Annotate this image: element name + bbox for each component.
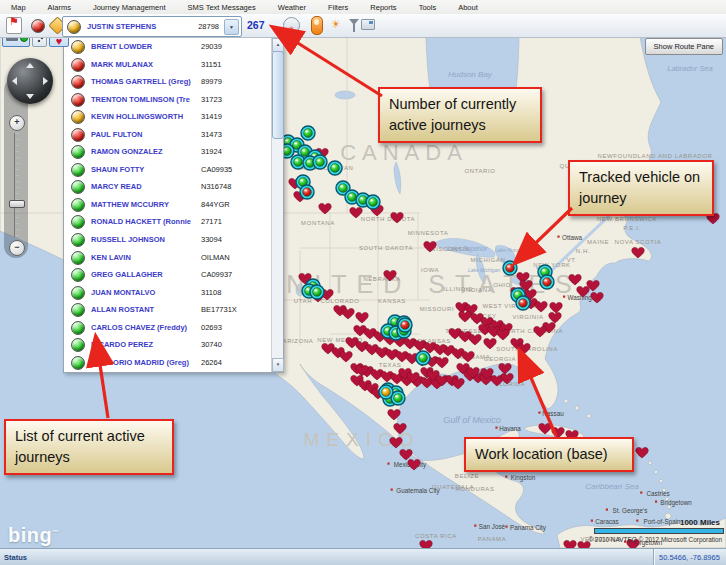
journey-row[interactable]: JUAN MONTALVO31108 <box>64 284 283 302</box>
journey-list-scrollbar[interactable]: ▲ ▼ <box>271 38 283 372</box>
journey-row[interactable]: ALLAN ROSTANTBE17731X <box>64 301 283 319</box>
scroll-down-icon[interactable]: ▼ <box>272 358 284 372</box>
menu-item-filters[interactable]: Filters <box>317 3 359 12</box>
menu-item-weather[interactable]: Weather <box>267 3 317 12</box>
sun-icon[interactable]: ☀ <box>331 17 341 32</box>
vehicle-marker-red[interactable] <box>540 275 554 289</box>
stop-journey-icon[interactable] <box>31 19 45 33</box>
journey-row[interactable]: RONALD HACKETT (Ronnie27171 <box>64 213 283 231</box>
vehicle-marker-green[interactable] <box>416 351 430 365</box>
zoom-slider-handle[interactable] <box>9 200 25 208</box>
vehicle-marker-green[interactable] <box>328 161 342 175</box>
menu-item-sms-text-messages[interactable]: SMS Text Messages <box>176 3 266 12</box>
callout-journey-list: List of current active journeys <box>4 419 174 475</box>
journey-row[interactable]: BRENT LOWDER29039 <box>64 38 283 56</box>
map-label-region: ARIZONA <box>283 338 314 344</box>
journey-driver-name: JUAN MONTALVO <box>91 288 155 297</box>
menu-item-alarms[interactable]: Alarms <box>37 3 82 12</box>
map-label-water: Labrador Sea <box>667 64 712 73</box>
journey-vehicle-id: 31723 <box>201 95 222 104</box>
journey-driver-name: MARK MULANAX <box>91 60 153 69</box>
journey-row[interactable]: MATTHEW MCCURRY844YGR <box>64 196 283 214</box>
menu-item-tools[interactable]: Tools <box>408 3 448 12</box>
callout-active-count: Number of currently active journeys <box>378 87 542 143</box>
menu-item-about[interactable]: About <box>447 3 489 12</box>
journey-rows: BRENT LOWDER29039MARK MULANAX31151THOMAS… <box>64 38 283 371</box>
journey-vehicle-id: 31108 <box>201 288 221 297</box>
map-label-region: OHIO <box>493 282 511 288</box>
journey-row[interactable]: TRENTON TOMLINSON (Tre31723 <box>64 91 283 109</box>
application-window: MapAlarmsJourney ManagementSMS Text Mess… <box>0 0 726 565</box>
traffic-light-icon[interactable] <box>311 16 323 35</box>
menu-item-reports[interactable]: Reports <box>359 3 407 12</box>
journey-row[interactable]: GREGORIO MADRID (Greg)26264 <box>64 354 283 372</box>
map-label-region: BELIZE <box>455 473 479 479</box>
journey-select-combo[interactable]: JUSTIN STEPHENS 28798 ▼ <box>62 16 242 37</box>
journey-row[interactable]: SHAUN FOTTYCA09935 <box>64 161 283 179</box>
journey-driver-name: MARCY READ <box>91 182 142 191</box>
vehicle-marker-green[interactable] <box>366 195 380 209</box>
journey-row[interactable]: THOMAS GARTRELL (Greg)89979 <box>64 73 283 91</box>
zoom-slider-rail[interactable] <box>14 133 19 237</box>
scrollbar-thumb[interactable] <box>272 51 284 139</box>
journey-driver-name: RONALD HACKETT (Ronnie <box>91 217 191 226</box>
vehicle-marker-green[interactable] <box>301 126 315 140</box>
journey-row[interactable]: GREG GALLAGHERCA09937 <box>64 266 283 284</box>
active-journey-count: 267 <box>247 19 265 31</box>
journey-row[interactable]: CARLOS CHAVEZ (Freddy)02693 <box>64 319 283 337</box>
vehicle-marker-green[interactable] <box>310 285 324 299</box>
journey-page-icon[interactable]: ⚑ <box>6 17 22 34</box>
vehicle-marker-red[interactable] <box>398 318 412 332</box>
scroll-up-icon[interactable]: ▲ <box>272 38 284 52</box>
map-label-city: Kingston <box>511 474 536 482</box>
map-label-region: VIRGINIA <box>512 314 543 320</box>
journey-row[interactable]: MARK MULANAX31151 <box>64 56 283 74</box>
pan-left-icon[interactable] <box>12 77 17 85</box>
zoom-out-button[interactable]: − <box>9 240 25 256</box>
map-label-water: Caribbean Sea <box>585 482 639 491</box>
map-pan-control[interactable] <box>7 58 53 104</box>
menu-item-map[interactable]: Map <box>0 3 37 12</box>
journey-vehicle-id: CA09935 <box>201 165 232 174</box>
toolbar: ⚑ JUSTIN STEPHENS 28798 ▼ 267 ✳ ☀ <box>0 14 726 38</box>
map-label-city: Guatemala City <box>396 487 440 495</box>
status-light-green <box>71 268 85 282</box>
map-label-city: Havana <box>499 425 521 432</box>
journey-row[interactable]: KEN LAVINOILMAN <box>64 249 283 267</box>
zoom-in-button[interactable]: + <box>9 115 25 131</box>
map-label-region: PANAMA <box>478 536 507 542</box>
vehicle-marker-green[interactable] <box>313 155 327 169</box>
journey-row[interactable]: RICARDO PEREZ30740 <box>64 336 283 354</box>
map-label-large: CANADA <box>340 140 468 165</box>
journey-row[interactable]: MARCY READN316748 <box>64 178 283 196</box>
pan-down-icon[interactable] <box>26 94 34 99</box>
journey-vehicle-id: 31473 <box>201 130 222 139</box>
journey-status-light <box>67 20 81 34</box>
selected-journey-name: JUSTIN STEPHENS <box>87 22 156 31</box>
journey-row[interactable]: RAMON GONZALEZ31924 <box>64 143 283 161</box>
status-light-green <box>71 145 85 159</box>
status-light-green <box>71 251 85 265</box>
menu-item-journey-management[interactable]: Journey Management <box>82 3 177 12</box>
vehicle-marker-yellow[interactable] <box>379 385 393 399</box>
combo-dropdown-button[interactable]: ▼ <box>224 19 239 35</box>
vehicle-marker-red[interactable] <box>300 185 314 199</box>
show-route-pane-button[interactable]: Show Route Pane <box>645 38 723 55</box>
journey-vehicle-id: 02693 <box>201 323 222 332</box>
journey-row[interactable]: RUSSELL JOHNSON33094 <box>64 231 283 249</box>
map-label-city: Nassau <box>542 410 564 417</box>
screen-icon[interactable] <box>361 19 375 30</box>
map-label-region: NEWFOUNDLAND AND LABRADOR <box>597 153 712 159</box>
flag-icon: ⚑ <box>9 16 19 27</box>
journey-row[interactable]: PAUL FULTON31473 <box>64 126 283 144</box>
journey-row[interactable]: KEVIN HOLLINGSWORTH31419 <box>64 108 283 126</box>
vehicle-marker-red[interactable] <box>516 296 530 310</box>
journey-driver-name: TRENTON TOMLINSON (Tre <box>91 95 190 104</box>
pan-right-icon[interactable] <box>43 77 48 85</box>
journey-driver-name: ALLAN ROSTANT <box>91 305 154 314</box>
vehicle-marker-red[interactable] <box>503 261 517 275</box>
locate-balloon-icon[interactable]: ✳ <box>283 17 300 34</box>
filter-funnel-icon[interactable] <box>349 19 359 25</box>
journey-vehicle-id: BE17731X <box>201 305 237 314</box>
pan-up-icon[interactable] <box>26 63 34 68</box>
